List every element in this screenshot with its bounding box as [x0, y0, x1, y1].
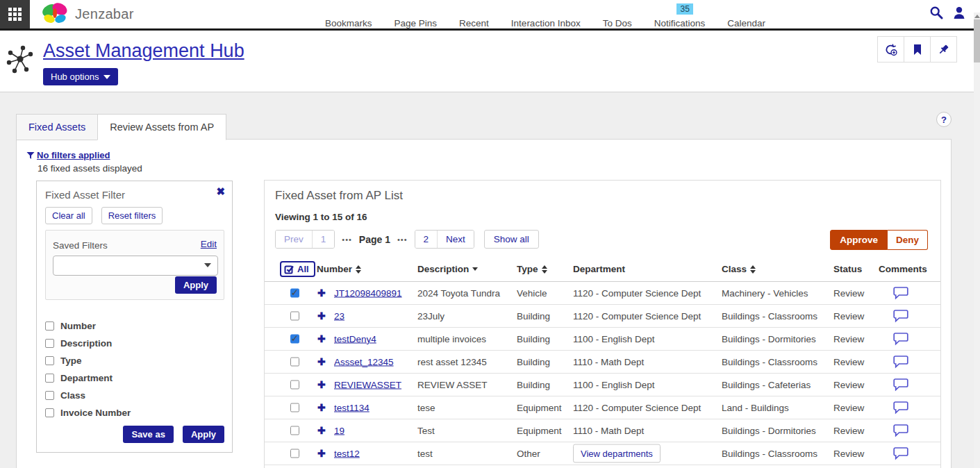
chevron-down-icon — [103, 75, 110, 79]
nav-item-calendar[interactable]: Calendar — [716, 18, 776, 28]
tab-fixed-assets[interactable]: Fixed Assets — [16, 114, 98, 140]
filter-field-checkbox[interactable] — [45, 339, 54, 348]
asset-type: Other — [517, 448, 540, 458]
scrollbar-thumb[interactable] — [974, 19, 980, 62]
next-page-button[interactable]: Next — [438, 231, 474, 248]
column-header-type[interactable]: Type — [517, 264, 547, 274]
asset-number-link[interactable]: REVIEWASSET — [334, 379, 401, 390]
page-2-button[interactable]: 2 — [415, 231, 438, 248]
asset-status: Review — [833, 356, 864, 367]
reset-filters-button[interactable]: Reset filters — [101, 207, 163, 224]
comment-bubble-button[interactable] — [893, 355, 908, 368]
expand-row-plus-icon[interactable]: ✚ — [317, 448, 326, 459]
filter-field-checkbox[interactable] — [45, 391, 54, 400]
clear-all-button[interactable]: Clear all — [45, 207, 92, 224]
select-all-button[interactable]: All — [280, 261, 315, 277]
hub-options-button[interactable]: Hub options — [43, 68, 118, 85]
comment-bubble-button[interactable] — [893, 401, 908, 414]
row-checkbox[interactable] — [290, 357, 299, 366]
table-row: ✓✚JT120984098912024 Toyota TundraVehicle… — [265, 281, 940, 305]
help-icon[interactable]: ? — [936, 112, 952, 127]
comment-bubble-button[interactable] — [893, 332, 908, 345]
asset-status: Review — [833, 310, 864, 321]
filter-fields-list: NumberDescriptionTypeDepartmentClassInvo… — [45, 317, 131, 421]
expand-row-plus-icon[interactable]: ✚ — [317, 425, 326, 436]
expand-row-plus-icon[interactable]: ✚ — [317, 379, 326, 390]
bookmark-button[interactable] — [904, 36, 931, 62]
show-all-button[interactable]: Show all — [484, 230, 539, 249]
no-filters-applied-link[interactable]: No filters applied — [37, 150, 110, 160]
row-checkbox[interactable] — [290, 403, 299, 412]
expand-row-plus-icon[interactable]: ✚ — [317, 356, 326, 367]
comment-bubble-button[interactable] — [893, 424, 908, 437]
nav-item-interaction-inbox[interactable]: Interaction Inbox — [500, 18, 592, 28]
switch-hub-button[interactable] — [877, 36, 904, 62]
nav-item-recent[interactable]: Recent — [448, 18, 500, 28]
search-icon[interactable] — [929, 6, 943, 19]
expand-row-plus-icon[interactable]: ✚ — [317, 402, 326, 413]
close-icon[interactable]: ✖ — [216, 185, 225, 198]
row-checkbox[interactable] — [290, 380, 299, 389]
row-checkbox[interactable] — [290, 426, 299, 435]
comment-bubble-button[interactable] — [893, 286, 908, 299]
page-1-button[interactable]: 1 — [313, 231, 335, 248]
prev-page-button[interactable]: Prev — [276, 231, 313, 248]
view-departments-button[interactable]: View departments — [573, 444, 661, 462]
filter-field-checkbox[interactable] — [45, 408, 54, 417]
row-checkbox[interactable] — [290, 311, 299, 320]
page-title[interactable]: Asset Management Hub — [43, 40, 244, 62]
approve-button[interactable]: Approve — [830, 230, 888, 250]
top-navigation: BookmarksPage PinsRecentInteraction Inbo… — [314, 0, 776, 35]
app-launcher-button[interactable] — [0, 0, 30, 28]
saved-filters-apply-button[interactable]: Apply — [175, 276, 217, 294]
filter-field-checkbox[interactable] — [45, 321, 54, 331]
filter-apply-button[interactable]: Apply — [183, 426, 224, 443]
column-header-class[interactable]: Class — [722, 264, 756, 274]
nav-item-to-dos[interactable]: To Dos — [592, 18, 643, 28]
comment-bubble-button[interactable] — [893, 446, 908, 460]
asset-number-link[interactable]: Assset_12345 — [334, 356, 394, 367]
asset-number-link[interactable]: testDeny4 — [334, 333, 376, 344]
asset-class: Land - Buildings — [722, 402, 789, 412]
filter-field-checkbox[interactable] — [45, 356, 54, 365]
comment-bubble-button[interactable] — [893, 309, 908, 322]
expand-row-plus-icon[interactable]: ✚ — [317, 333, 326, 344]
deny-button[interactable]: Deny — [888, 230, 928, 250]
row-checkbox[interactable]: ✓ — [290, 288, 299, 297]
edit-saved-filters-link[interactable]: Edit — [201, 239, 217, 249]
row-checkbox[interactable]: ✓ — [290, 334, 299, 343]
saved-filters-box: Saved Filters Edit Apply — [45, 230, 224, 300]
asset-number-link[interactable]: JT12098409891 — [334, 287, 402, 298]
filter-field-number: Number — [45, 317, 131, 335]
column-header-description[interactable]: Description — [417, 264, 478, 274]
filter-field-checkbox[interactable] — [45, 374, 54, 383]
comment-icon — [893, 332, 908, 345]
row-checkbox[interactable] — [290, 449, 299, 458]
column-header-number[interactable]: Number — [317, 264, 361, 274]
asset-number-link[interactable]: 23 — [334, 310, 344, 321]
jenzabar-logo[interactable]: Jenzabar — [40, 1, 134, 27]
nav-item-label: Interaction Inbox — [511, 18, 581, 28]
scroll-up-arrow-icon[interactable] — [974, 15, 980, 18]
asset-number-link[interactable]: test12 — [334, 448, 360, 458]
comment-icon — [893, 355, 908, 368]
tab-review-assets-from-ap[interactable]: Review Assets from AP — [97, 114, 226, 140]
asset-number-link[interactable]: 19 — [334, 425, 344, 435]
comment-bubble-button[interactable] — [893, 378, 908, 391]
pagination-ellipsis: ••• — [397, 235, 408, 244]
expand-row-plus-icon[interactable]: ✚ — [317, 310, 326, 321]
funnel-icon — [26, 151, 35, 160]
pin-button[interactable] — [930, 36, 957, 62]
nav-item-page-pins[interactable]: Page Pins — [383, 18, 449, 28]
expand-row-plus-icon[interactable]: ✚ — [317, 287, 326, 299]
saved-filters-select[interactable] — [53, 256, 218, 276]
nav-item-notifications[interactable]: Notifications35 — [643, 18, 717, 28]
save-as-button[interactable]: Save as — [123, 426, 173, 443]
asset-number-link[interactable]: test1134 — [334, 402, 369, 412]
user-icon[interactable] — [952, 6, 966, 19]
pin-icon — [937, 43, 950, 56]
nav-item-bookmarks[interactable]: Bookmarks — [314, 18, 383, 28]
vertical-scrollbar[interactable] — [974, 12, 980, 468]
tab-bar: Fixed Assets Review Assets from AP — [16, 114, 226, 140]
asset-department: 1120 - Computer Science Dept — [573, 310, 701, 321]
